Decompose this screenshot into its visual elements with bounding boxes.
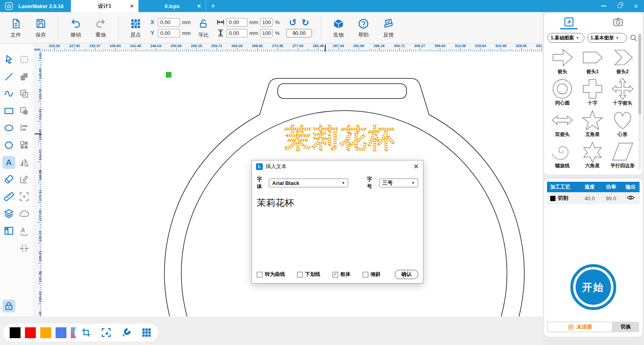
home-button[interactable] <box>0 0 18 12</box>
tool-subtract[interactable] <box>18 105 31 117</box>
snap-magnet-icon[interactable] <box>121 327 132 338</box>
tool-ruler[interactable] <box>2 190 15 203</box>
font-size-select[interactable]: 三号▼ <box>379 179 418 187</box>
dialog-titlebar[interactable]: L 插入文本 ✕ <box>252 160 423 172</box>
origin-button[interactable]: 原点 <box>123 17 148 39</box>
tab-close-icon[interactable]: × <box>130 3 134 9</box>
tool-align[interactable] <box>18 121 31 134</box>
checkbox-下划线[interactable]: 下划线 <box>297 271 320 278</box>
shape-arrow2[interactable]: 箭头2 <box>607 46 638 75</box>
shape-star6[interactable]: 六角星 <box>578 140 608 169</box>
scrollbar[interactable] <box>638 34 641 170</box>
checkbox-box[interactable] <box>363 272 368 277</box>
tool-lock[interactable] <box>2 300 15 312</box>
height-input[interactable]: 0.00 <box>227 29 248 37</box>
tool-ellipse[interactable] <box>2 121 15 134</box>
shape-heart[interactable]: 心形 <box>607 109 638 138</box>
dialog-close-icon[interactable]: ✕ <box>413 163 419 170</box>
rotate-cw-icon[interactable]: ↻ <box>301 18 309 27</box>
tool-weld[interactable] <box>18 70 31 83</box>
swatch-blue[interactable] <box>56 327 66 338</box>
checkbox-倾斜[interactable]: 倾斜 <box>363 271 381 278</box>
shape-doublearrow[interactable]: 双箭头 <box>547 109 578 138</box>
save-button[interactable]: 保存 <box>28 17 53 39</box>
switch-device-button[interactable]: 切换 <box>613 322 639 332</box>
x-input[interactable]: 0.00 <box>158 18 180 27</box>
tool-layers[interactable] <box>2 207 15 220</box>
width-percent-input[interactable]: 100 <box>260 18 273 27</box>
tab-shape-gallery[interactable] <box>544 13 593 31</box>
ratio-lock-button[interactable]: 等比 <box>193 17 214 39</box>
tool-cloud[interactable] <box>18 207 31 220</box>
engraving-text[interactable]: 茉莉花杯 <box>284 123 396 153</box>
shape-concentric[interactable]: 同心圆 <box>547 77 578 107</box>
tool-select[interactable] <box>2 53 15 66</box>
width-input[interactable]: 0.00 <box>227 18 248 27</box>
rotate-ccw-icon[interactable]: ↺ <box>289 18 297 27</box>
swatch-red[interactable] <box>25 327 36 338</box>
undo-button[interactable]: 撤销 <box>63 17 88 39</box>
shape-parallelogram[interactable]: 平行四边形 <box>607 140 638 169</box>
create-button[interactable]: 造物 <box>326 17 351 39</box>
y-input[interactable]: 0.00 <box>158 29 180 37</box>
checkbox-box[interactable] <box>332 272 338 277</box>
tool-frame[interactable] <box>18 190 31 203</box>
subcategory-dropdown[interactable]: 1.基本图形▼ <box>587 33 627 43</box>
redo-button[interactable]: 重做 <box>88 17 113 39</box>
grid-icon[interactable] <box>141 327 152 338</box>
tool-rectangle[interactable] <box>2 105 15 117</box>
tool-curve[interactable] <box>2 87 15 100</box>
search-icon[interactable] <box>630 34 638 42</box>
start-button[interactable]: 开始 <box>570 264 616 310</box>
category-dropdown[interactable]: 1.基础图案▼ <box>547 33 584 43</box>
tool-marquee[interactable] <box>18 53 31 66</box>
origin-marker[interactable] <box>166 72 171 78</box>
confirm-button[interactable]: 确认 <box>395 270 418 279</box>
font-family-select[interactable]: Arial Black▼ <box>269 179 348 187</box>
feedback-button[interactable]: 反馈 <box>376 17 401 39</box>
tool-line[interactable] <box>2 70 15 83</box>
tool-text[interactable]: A <box>2 156 15 169</box>
swatch-orange[interactable] <box>40 327 51 338</box>
tool-measure[interactable] <box>18 173 31 186</box>
tool-textpath[interactable]: A <box>18 224 31 237</box>
scrollbar-thumb[interactable] <box>638 34 641 114</box>
close-button[interactable]: × <box>628 0 644 12</box>
height-percent-input[interactable]: 100 <box>260 29 273 37</box>
file-button[interactable]: 文件 <box>3 17 28 39</box>
process-row[interactable]: 切割40.099.0 <box>547 192 640 204</box>
tool-combine[interactable] <box>18 87 31 100</box>
tool-polygon[interactable] <box>2 139 15 152</box>
checkbox-转为曲线[interactable]: 转为曲线 <box>257 271 285 278</box>
shape-star5[interactable]: 五角星 <box>578 109 608 138</box>
tool-mirror[interactable] <box>18 156 31 169</box>
shape-spiral[interactable]: 螺旋线 <box>547 140 578 169</box>
tab-0lcpx[interactable]: 0.lcpx × <box>138 0 206 12</box>
tool-layout[interactable] <box>2 224 15 237</box>
visibility-toggle[interactable] <box>622 195 640 202</box>
shape-crossarrows[interactable]: 十字箭头 <box>607 77 638 107</box>
help-button[interactable]: 帮助 <box>351 17 376 39</box>
tab-design1[interactable]: 设计1 × <box>71 0 138 12</box>
checkbox-box[interactable] <box>297 272 303 277</box>
swatch-black[interactable] <box>10 327 21 338</box>
shape-arrow1[interactable]: 箭头1 <box>578 46 608 75</box>
maximize-button[interactable] <box>612 0 628 12</box>
shape-cross[interactable]: 十字 <box>578 77 608 107</box>
layer-color-chip[interactable] <box>550 196 555 201</box>
minimize-button[interactable] <box>596 0 612 12</box>
tool-eraser[interactable] <box>2 173 15 186</box>
tab-camera-capture[interactable] <box>593 13 642 31</box>
text-input-area[interactable]: 茉莉花杯 <box>252 190 423 216</box>
new-tab-button[interactable]: + <box>206 0 220 12</box>
tool-break[interactable] <box>18 242 31 255</box>
shape-arrow[interactable]: 箭头 <box>547 46 578 75</box>
connection-status[interactable]: 未连接 <box>547 322 613 332</box>
checkbox-粗体[interactable]: 粗体 <box>332 271 351 278</box>
rotate-angle-input[interactable]: 90.00 <box>286 29 312 37</box>
fit-view-icon[interactable] <box>101 327 111 338</box>
tab-close-icon[interactable]: × <box>197 3 201 9</box>
tool-arrange[interactable] <box>18 139 31 152</box>
checkbox-box[interactable] <box>257 272 262 277</box>
crop-frame-icon[interactable] <box>81 327 91 338</box>
